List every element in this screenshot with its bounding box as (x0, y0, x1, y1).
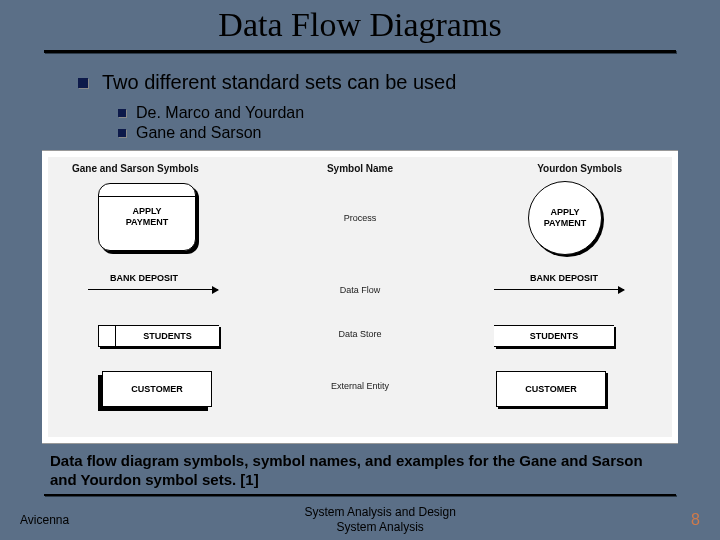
bullet-level1: Two different standard sets can be used (78, 71, 720, 94)
sub-bullets: De. Marco and Yourdan Gane and Sarson (118, 104, 720, 142)
footer-author: Avicenna (20, 513, 69, 527)
bullet-text: Two different standard sets can be used (102, 71, 456, 94)
symbol-name-process: Process (344, 213, 377, 223)
process-label: APPLY PAYMENT (126, 206, 169, 228)
col-header-left: Gane and Sarson Symbols (72, 163, 199, 174)
footer-rule (44, 494, 676, 496)
gane-sarson-datastore-symbol: STUDENTS (98, 325, 219, 347)
title-rule (44, 50, 676, 53)
entity-label: CUSTOMER (131, 384, 182, 394)
slide-title: Data Flow Diagrams (218, 6, 501, 43)
bullet-square-icon (78, 78, 88, 88)
yourdon-entity-symbol: CUSTOMER (496, 371, 606, 407)
col-header-mid: Symbol Name (327, 163, 393, 174)
datastore-id-bar (99, 326, 116, 346)
footer-course-line2: System Analysis (336, 520, 423, 534)
yourdon-process-symbol: APPLY PAYMENT (528, 181, 602, 255)
bullet-text: De. Marco and Yourdan (136, 104, 304, 122)
datastore-label: STUDENTS (116, 331, 219, 341)
title-block: Data Flow Diagrams (0, 0, 720, 44)
figure-canvas: Gane and Sarson Symbols Symbol Name Your… (48, 157, 672, 437)
bullet-square-icon (118, 109, 126, 117)
figure-caption: Data flow diagram symbols, symbol names,… (50, 452, 670, 490)
entity-label: CUSTOMER (525, 384, 576, 394)
symbol-name-flow: Data Flow (340, 285, 381, 295)
bullet-level2: De. Marco and Yourdan (118, 104, 720, 122)
bullet-text: Gane and Sarson (136, 124, 261, 142)
bullet-level2: Gane and Sarson (118, 124, 720, 142)
footer-page-number: 8 (691, 511, 700, 529)
symbol-name-entity: External Entity (331, 381, 389, 391)
slide-footer: Avicenna System Analysis and Design Syst… (0, 505, 720, 534)
footer-course: System Analysis and Design System Analys… (69, 505, 691, 534)
footer-course-line1: System Analysis and Design (304, 505, 455, 519)
gane-sarson-entity-symbol: CUSTOMER (102, 371, 212, 407)
gane-sarson-flow-arrow (88, 289, 218, 290)
symbol-name-store: Data Store (338, 329, 381, 339)
col-header-right: Yourdon Symbols (537, 163, 622, 174)
yourdon-datastore-symbol: STUDENTS (494, 325, 614, 347)
datastore-label: STUDENTS (530, 331, 579, 341)
process-label: APPLY PAYMENT (544, 207, 587, 229)
gane-sarson-process-symbol: APPLY PAYMENT (98, 183, 196, 251)
flow-label-right: BANK DEPOSIT (530, 273, 598, 283)
symbols-figure: Gane and Sarson Symbols Symbol Name Your… (42, 150, 678, 444)
yourdon-flow-arrow (494, 289, 624, 290)
flow-label-left: BANK DEPOSIT (110, 273, 178, 283)
bullet-content: Two different standard sets can be used … (78, 71, 720, 142)
bullet-square-icon (118, 129, 126, 137)
